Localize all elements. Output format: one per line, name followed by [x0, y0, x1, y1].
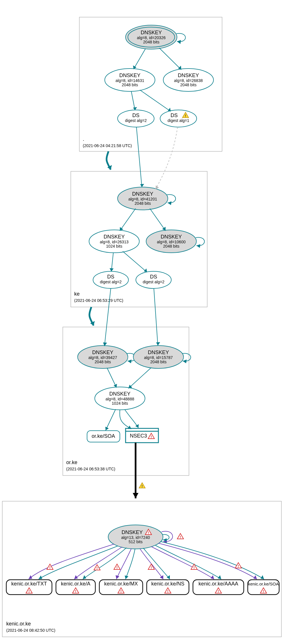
- svg-marker-82: [133, 493, 138, 498]
- svg-marker-19: [178, 66, 181, 70]
- ds-ke-1: DS digest alg=2: [93, 271, 128, 288]
- ds-ke-2: DS digest alg=2: [136, 271, 171, 288]
- zone-root-name: .: [83, 136, 84, 142]
- error-icon: [47, 564, 53, 570]
- svg-text:DNSKEY: DNSKEY: [148, 350, 169, 355]
- zone-kenic-ts: (2021-06-24 08:42:50 UTC): [6, 628, 55, 633]
- svg-text:DNSKEY: DNSKEY: [119, 73, 140, 78]
- zone-kenic-name: kenic.or.ke: [6, 621, 31, 627]
- svg-text:DS: DS: [150, 274, 157, 280]
- error-icon: [114, 564, 120, 570]
- svg-marker-67: [156, 342, 160, 346]
- rr-kenic-txt: kenic.or.ke/TXT: [6, 580, 52, 595]
- dnskey-kenic: DNSKEY alg=13, id=7240 512 bits: [108, 525, 163, 549]
- svg-text:1024 bits: 1024 bits: [112, 401, 128, 406]
- svg-text:DS: DS: [107, 274, 114, 280]
- svg-marker-103: [74, 575, 78, 579]
- dnskey-ke-zsk2: DNSKEY alg=8, id=10600 2048 bits: [146, 230, 196, 253]
- svg-text:alg=8, id=48888: alg=8, id=48888: [106, 397, 134, 401]
- svg-text:2048 bits: 2048 bits: [180, 83, 197, 87]
- rr-kenic-aaaa: kenic.or.ke/AAAA: [193, 580, 244, 595]
- svg-text:2048 bits: 2048 bits: [163, 244, 180, 248]
- zone-ke-name: ke: [74, 291, 80, 297]
- svg-text:DNSKEY: DNSKEY: [178, 73, 199, 78]
- svg-text:kenic.or.ke/NS: kenic.or.ke/NS: [151, 581, 184, 587]
- dnskey-orke-zsk: DNSKEY alg=8, id=48888 1024 bits: [95, 387, 145, 410]
- svg-text:DNSKEY: DNSKEY: [122, 529, 143, 535]
- svg-marker-9: [177, 40, 181, 44]
- svg-marker-54: [144, 268, 147, 272]
- svg-text:kenic.or.ke/A: kenic.or.ke/A: [61, 581, 90, 587]
- svg-text:alg=13, id=7240: alg=13, id=7240: [121, 535, 150, 540]
- rr-kenic-ns: kenic.or.ke/NS: [147, 580, 189, 595]
- svg-text:1024 bits: 1024 bits: [106, 244, 122, 248]
- zone-kenic: [2, 501, 281, 637]
- svg-text:2048 bits: 2048 bits: [122, 83, 138, 87]
- dnskey-ke-ksk: DNSKEY alg=8, id=41201 2048 bits: [118, 187, 168, 210]
- svg-text:2048 bits: 2048 bits: [135, 201, 151, 206]
- rr-kenic-a: kenic.or.ke/A: [56, 580, 95, 595]
- svg-marker-106: [125, 575, 128, 579]
- svg-text:kenic.or.ke/TXT: kenic.or.ke/TXT: [11, 581, 47, 587]
- svg-text:DNSKEY: DNSKEY: [132, 191, 153, 197]
- zone-orke-ts: (2021-06-24 06:53:38 UTC): [66, 467, 115, 471]
- svg-text:digest alg=2: digest alg=2: [143, 280, 164, 284]
- svg-text:DS: DS: [170, 113, 178, 118]
- ds-root-2: DS digest alg=1: [160, 110, 197, 127]
- dnskey-orke-ksk2: DNSKEY alg=8, id=15787 2048 bits: [133, 346, 184, 368]
- svg-text:alg=8, id=26313: alg=8, id=26313: [100, 240, 129, 244]
- zone-orke-name: or.ke: [66, 460, 77, 465]
- svg-text:alg=8, id=26838: alg=8, id=26838: [174, 78, 203, 83]
- error-icon: [177, 533, 184, 539]
- svg-text:DNSKEY: DNSKEY: [161, 234, 182, 240]
- svg-text:512 bits: 512 bits: [128, 539, 142, 544]
- svg-text:kenic.or.ke/SOA: kenic.or.ke/SOA: [248, 581, 279, 586]
- svg-text:digest alg=1: digest alg=1: [168, 118, 189, 123]
- svg-marker-34: [140, 184, 144, 187]
- rr-orke-soa: or.ke/SOA: [87, 431, 120, 442]
- svg-text:digest alg=2: digest alg=2: [100, 280, 122, 284]
- zone-ke-ts: (2021-06-24 06:53:29 UTC): [74, 298, 123, 303]
- svg-text:alg=8, id=20326: alg=8, id=20326: [137, 35, 166, 40]
- svg-text:alg=8, id=10600: alg=8, id=10600: [157, 240, 186, 244]
- svg-text:2048 bits: 2048 bits: [150, 360, 167, 364]
- svg-marker-65: [183, 360, 187, 363]
- svg-marker-44: [196, 244, 200, 248]
- svg-text:kenic.or.ke/AAAA: kenic.or.ke/AAAA: [198, 581, 238, 587]
- svg-text:2048 bits: 2048 bits: [143, 40, 160, 44]
- svg-text:alg=8, id=39427: alg=8, id=39427: [88, 355, 117, 360]
- ds-root-1: DS digest alg=2: [118, 110, 154, 127]
- svg-marker-33: [168, 201, 172, 205]
- svg-text:DNSKEY: DNSKEY: [104, 234, 125, 240]
- dnskey-root-zsk2: DNSKEY alg=8, id=26838 2048 bits: [163, 69, 213, 91]
- svg-text:alg=8, id=41201: alg=8, id=41201: [128, 197, 157, 201]
- svg-text:DS: DS: [132, 113, 139, 118]
- svg-text:digest alg=2: digest alg=2: [125, 118, 147, 123]
- svg-text:DNSKEY: DNSKEY: [109, 391, 130, 397]
- svg-text:alg=8, id=15787: alg=8, id=15787: [144, 355, 173, 360]
- error-icon: [148, 564, 154, 570]
- svg-text:DNSKEY: DNSKEY: [92, 350, 113, 355]
- warning-icon: [139, 483, 145, 488]
- svg-marker-81: [135, 424, 139, 428]
- svg-marker-60: [128, 360, 132, 363]
- svg-text:DNSKEY: DNSKEY: [141, 30, 162, 35]
- svg-text:alg=8, id=14631: alg=8, id=14631: [116, 78, 144, 83]
- svg-text:NSEC3: NSEC3: [130, 433, 147, 439]
- dnskey-root-zsk: DNSKEY alg=8, id=14631 2048 bits: [105, 69, 155, 91]
- rr-kenic-soa: kenic.or.ke/SOA: [248, 580, 279, 595]
- zone-root-ts: (2021-06-24 04:21:58 UTC): [83, 143, 132, 148]
- dnskey-root-ksk: DNSKEY alg=8, id=20326 2048 bits: [126, 25, 177, 49]
- svg-text:kenic.or.ke/MX: kenic.or.ke/MX: [104, 581, 138, 587]
- svg-text:2048 bits: 2048 bits: [95, 360, 111, 364]
- rr-kenic-mx: kenic.or.ke/MX: [99, 580, 143, 595]
- svg-marker-105: [116, 575, 119, 579]
- svg-marker-101: [29, 575, 32, 579]
- dnskey-orke-ksk1: DNSKEY alg=8, id=39427 2048 bits: [78, 346, 128, 368]
- error-icon: [94, 565, 100, 570]
- nsec3-box: NSEC3: [126, 428, 158, 443]
- svg-text:or.ke/SOA: or.ke/SOA: [92, 433, 115, 439]
- svg-marker-107: [160, 575, 163, 579]
- dnskey-ke-zsk: DNSKEY alg=8, id=26313 1024 bits: [89, 230, 139, 253]
